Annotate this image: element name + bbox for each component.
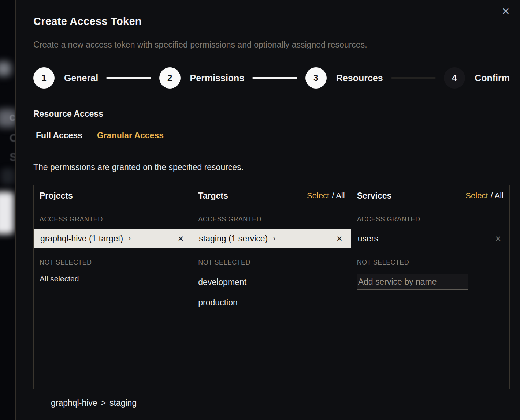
select-link[interactable]: Select — [307, 191, 329, 200]
add-service-input[interactable] — [357, 274, 468, 290]
access-tabs: Full Access Granular Access — [33, 131, 510, 146]
not-selected-label: NOT SELECTED — [351, 259, 509, 266]
chevron-right-icon: › — [128, 235, 131, 243]
tab-full-access[interactable]: Full Access — [33, 131, 85, 146]
access-granted-label: ACCESS GRANTED — [351, 215, 509, 223]
granted-target-row[interactable]: staging (1 service) › ✕ — [192, 229, 350, 248]
all-link[interactable]: / All — [491, 191, 504, 200]
not-selected-label: NOT SELECTED — [192, 259, 350, 266]
close-icon[interactable]: ✕ — [499, 5, 512, 18]
remove-target-icon[interactable]: ✕ — [335, 233, 344, 244]
step-connector — [252, 77, 297, 79]
background-ghost-text: c — [10, 111, 15, 123]
step-number-badge: 1 — [33, 67, 55, 89]
step-label: Confirm — [475, 73, 510, 83]
modal-subtitle: Create a new access token with specified… — [33, 40, 510, 50]
step-number-badge: 4 — [444, 67, 465, 89]
remove-project-icon[interactable]: ✕ — [176, 233, 186, 244]
column-title: Services — [357, 191, 392, 201]
breadcrumb-target: staging — [109, 398, 137, 408]
granted-target-label: staging (1 service) — [199, 234, 268, 244]
projects-column-header: Projects — [34, 185, 192, 206]
step-permissions[interactable]: 2 Permissions — [159, 67, 245, 89]
all-link[interactable]: / All — [332, 191, 345, 200]
background-blur-blob — [0, 192, 14, 234]
background-ghost-text: C — [10, 132, 15, 144]
step-label: Resources — [336, 73, 383, 83]
column-title: Projects — [40, 191, 73, 201]
remove-service-icon[interactable]: ✕ — [493, 233, 503, 244]
tab-granular-access[interactable]: Granular Access — [94, 131, 166, 146]
create-access-token-modal: ✕ Create Access Token Create a new acces… — [15, 0, 520, 420]
background-blur-blob — [1, 168, 15, 184]
not-selected-label: NOT SELECTED — [34, 259, 192, 266]
granted-project-row[interactable]: graphql-hive (1 target) › ✕ — [34, 229, 192, 248]
step-number-badge: 3 — [305, 67, 327, 89]
wizard-stepper: 1 General 2 Permissions 3 Resources 4 Co… — [33, 67, 510, 89]
access-granted-label: ACCESS GRANTED — [34, 215, 192, 223]
page-backdrop: c C S — [0, 0, 15, 420]
granted-service-label: users — [358, 234, 378, 244]
services-select-all[interactable]: Select / All — [465, 191, 504, 200]
all-selected-text: All selected — [34, 274, 192, 283]
services-column: Services Select / All ACCESS GRANTED use… — [351, 185, 509, 389]
background-ghost-text: S — [10, 151, 15, 163]
step-connector — [106, 77, 151, 79]
access-granted-label: ACCESS GRANTED — [192, 215, 350, 223]
background-blur-blob — [0, 61, 11, 76]
target-option-production[interactable]: production — [192, 292, 350, 313]
targets-select-all[interactable]: Select / All — [307, 191, 345, 200]
granted-project-label: graphql-hive (1 target) — [40, 234, 123, 244]
resource-picker-table: Projects ACCESS GRANTED graphql-hive (1 … — [33, 185, 510, 389]
projects-column: Projects ACCESS GRANTED graphql-hive (1 … — [34, 185, 192, 389]
step-confirm[interactable]: 4 Confirm — [444, 67, 510, 89]
step-label: General — [64, 73, 98, 83]
chevron-right-icon: › — [273, 235, 275, 243]
step-general[interactable]: 1 General — [33, 67, 98, 89]
page-title: Create Access Token — [33, 15, 510, 27]
targets-column-header: Targets Select / All — [192, 185, 350, 206]
breadcrumb-project: graphql-hive — [51, 398, 97, 408]
permissions-description: The permissions are granted on the speci… — [33, 162, 510, 172]
target-option-development[interactable]: development — [192, 272, 350, 292]
column-title: Targets — [198, 191, 228, 201]
select-link[interactable]: Select — [465, 191, 488, 200]
breadcrumb: graphql-hive > staging — [33, 398, 510, 408]
step-label: Permissions — [190, 73, 245, 83]
resource-access-heading: Resource Access — [33, 109, 510, 119]
breadcrumb-separator-icon: > — [101, 398, 106, 408]
granted-service-row[interactable]: users ✕ — [351, 229, 509, 248]
services-column-header: Services Select / All — [351, 185, 509, 206]
step-number-badge: 2 — [159, 67, 181, 89]
step-connector — [391, 77, 436, 79]
targets-column: Targets Select / All ACCESS GRANTED stag… — [192, 185, 350, 389]
step-resources[interactable]: 3 Resources — [305, 67, 383, 89]
